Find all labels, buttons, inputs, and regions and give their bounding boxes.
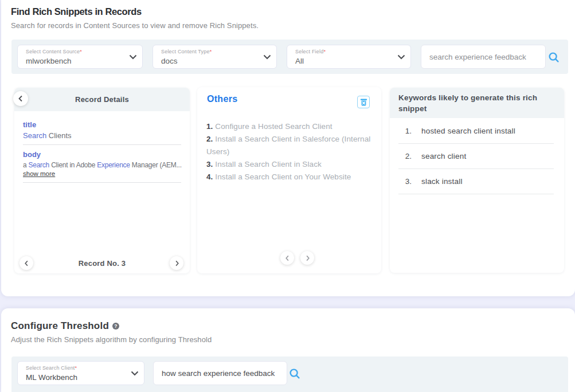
required-asterisk: * (80, 49, 82, 54)
required-asterisk: * (75, 365, 77, 371)
search-icon[interactable] (548, 51, 561, 64)
required-asterisk: * (323, 49, 326, 54)
keywords-card: Keywords likely to generate this rich sn… (390, 88, 564, 273)
highlighted-term: Search (23, 131, 46, 140)
content-source-select[interactable]: Select Content Source* mlworkbench (17, 45, 143, 69)
record-title-label: title (23, 120, 36, 129)
others-previous-button[interactable] (280, 251, 294, 265)
page: Find Rich Snippets in Records Search for… (0, 0, 575, 392)
highlighted-term: Experience (97, 161, 130, 169)
chevron-down-icon (129, 54, 137, 60)
record-number-label: Record No. 3 (14, 259, 190, 268)
field-value: All (295, 56, 391, 66)
content-type-value: docs (161, 56, 257, 66)
previous-record-button[interactable] (19, 256, 33, 270)
chevron-down-icon (397, 54, 405, 60)
chevron-down-icon (131, 371, 139, 376)
content-type-select[interactable]: Select Content Type* docs (152, 45, 277, 69)
divider (23, 144, 181, 145)
threshold-subtitle: Adjust the Rich Snippets algorithm by co… (11, 335, 212, 344)
record-details-card: Record Details title Search Clients body… (14, 88, 190, 273)
record-search-input[interactable] (421, 45, 546, 69)
page-title: Find Rich Snippets in Records (11, 6, 142, 17)
highlighted-term: Search (29, 161, 50, 169)
help-icon[interactable]: ? (112, 323, 119, 330)
content-source-value: mlworkbench (26, 56, 123, 66)
search-client-select[interactable]: Select Search Client* ML Workbench (17, 361, 144, 385)
list-item[interactable]: 3. Install a Search Client in Slack (206, 158, 374, 171)
page-subtitle: Search for records in Content Sources to… (11, 21, 259, 30)
threshold-title: Configure Threshold (11, 320, 109, 332)
others-next-button[interactable] (300, 251, 314, 265)
keyword-row: 3.slack install (398, 168, 554, 194)
others-card: Others 1. Configure a Hosted Search Clie… (197, 87, 381, 273)
field-label: Select Field* (295, 49, 391, 55)
find-rich-snippets-section: Find Rich Snippets in Records Search for… (1, 0, 575, 296)
search-icon[interactable] (289, 367, 302, 380)
keyword-row: 1.hosted search client install (398, 118, 554, 144)
field-select[interactable]: Select Field* All (287, 45, 411, 69)
list-item[interactable]: 1. Configure a Hosted Search Client (206, 120, 374, 133)
record-body-label: body (23, 150, 41, 159)
content-source-label: Select Content Source* (26, 49, 123, 55)
threshold-query-input[interactable] (153, 361, 287, 385)
back-button[interactable] (13, 91, 28, 106)
record-filter-bar: Select Content Source* mlworkbench Selec… (11, 40, 568, 74)
show-more-link[interactable]: show more (23, 170, 55, 177)
configure-threshold-section: Configure Threshold ? Adjust the Rich Sn… (1, 308, 575, 392)
list-item[interactable]: 4. Install a Search Client on Your Websi… (206, 171, 374, 183)
required-asterisk: * (210, 49, 212, 54)
delete-icon[interactable] (357, 96, 370, 108)
keyword-row: 2.search client (398, 143, 554, 169)
record-title-value: Search Clients (23, 131, 181, 140)
divider (23, 182, 181, 183)
list-item[interactable]: 2. Install a Search Client in Salesforce… (206, 133, 374, 158)
others-card-title: Others (207, 94, 237, 104)
next-record-button[interactable] (170, 256, 183, 270)
search-client-label: Select Search Client* (26, 365, 124, 371)
keywords-card-header: Keywords likely to generate this rich sn… (390, 88, 564, 118)
chevron-down-icon (263, 54, 271, 60)
record-details-header: Record Details (14, 88, 190, 111)
threshold-filter-bar: Select Search Client* ML Workbench (11, 356, 568, 392)
search-client-value: ML Workbench (26, 373, 124, 383)
content-type-label: Select Content Type* (161, 49, 257, 55)
others-list: 1. Configure a Hosted Search Client 2. I… (206, 120, 374, 183)
record-body-value: a Search Client in Adobe Experience Mana… (23, 161, 185, 169)
